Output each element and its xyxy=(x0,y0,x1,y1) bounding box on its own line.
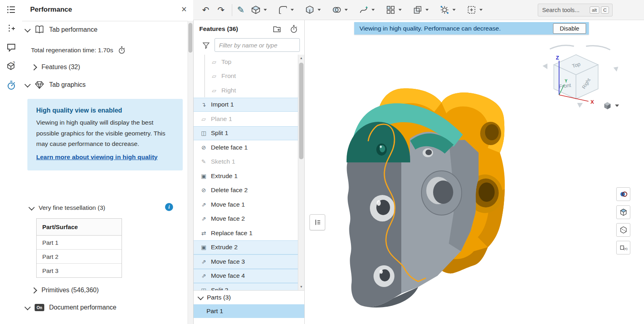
scrollbar-thumb[interactable] xyxy=(299,63,303,159)
chevron-down-icon xyxy=(452,9,456,11)
fillet-tool-group[interactable] xyxy=(275,2,296,18)
performance-icon[interactable] xyxy=(0,76,22,94)
parts-section-header[interactable]: Parts (3) xyxy=(194,291,305,304)
close-icon[interactable]: × xyxy=(182,5,187,14)
section-view-button[interactable] xyxy=(616,223,630,237)
chevron-down-icon xyxy=(425,9,429,11)
part-list-item[interactable]: Part 1 xyxy=(194,304,304,318)
list-panel-icon xyxy=(314,218,322,226)
section-view-icon xyxy=(619,226,627,234)
tab-graphics-section-header[interactable]: Tab graphics xyxy=(25,80,86,90)
tab-performance-section-header[interactable]: Tab performance xyxy=(25,25,97,35)
feature-item[interactable]: ▣ Extrude 2 xyxy=(194,240,298,255)
chevron-down-icon xyxy=(198,294,204,300)
feature-item[interactable]: ⇗ Move face 1 xyxy=(194,197,298,212)
performance-panel: Performance × Tab performance Total rege… xyxy=(22,0,194,324)
tab-performance-label: Tab performance xyxy=(49,26,97,33)
performance-panel-scrollbar[interactable] xyxy=(188,21,193,324)
feature-item[interactable]: ◫ Split 1 xyxy=(194,126,298,141)
disable-button[interactable]: Disable xyxy=(553,23,586,34)
feature-item[interactable]: ↴ Import 1 xyxy=(194,98,298,112)
learn-more-link[interactable]: Learn more about viewing in high quality xyxy=(36,152,157,162)
feature-tree-icon[interactable] xyxy=(0,0,22,19)
feature-item[interactable]: ▣ Extrude 1 xyxy=(194,169,298,183)
sketch-button[interactable]: ✎ xyxy=(237,5,244,15)
redo-button[interactable]: ↷ xyxy=(213,2,229,18)
document-performance-section-header[interactable]: On Document performance xyxy=(25,304,116,311)
tessellation-section-header[interactable]: Very fine tessellation (3) xyxy=(29,204,105,211)
appearance-button[interactable] xyxy=(616,187,630,201)
rotate-arrow-icon[interactable] xyxy=(586,46,610,50)
feature-item[interactable]: ▱ Top xyxy=(194,55,298,69)
rotate-arrow-icon[interactable] xyxy=(550,45,574,49)
svg-text:(x): (x) xyxy=(623,247,627,250)
feature-item[interactable]: ▱ Front xyxy=(194,69,298,84)
feature-item[interactable]: ⇄ Replace face 1 xyxy=(194,226,298,240)
rotate-left-arrow-icon[interactable] xyxy=(543,64,547,69)
new-folder-icon[interactable] xyxy=(272,25,281,35)
feature-item[interactable]: ⇗ Move face 3 xyxy=(194,254,298,269)
selection-tool-group[interactable] xyxy=(464,2,485,18)
feature-item[interactable]: ⇗ Move face 2 xyxy=(194,212,298,226)
display-style-button[interactable] xyxy=(616,205,630,219)
plane-icon: ▱ xyxy=(210,87,219,94)
extrude-icon xyxy=(251,5,261,15)
move-face-icon: ⇗ xyxy=(199,258,208,265)
feature-list-toggle-button[interactable] xyxy=(310,214,325,230)
plane-icon: ▱ xyxy=(210,73,219,79)
left-rail: ? xyxy=(0,0,23,324)
performance-panel-header: Performance × xyxy=(22,0,193,21)
replace-face-icon: ⇄ xyxy=(199,230,208,236)
view-orientation-button[interactable] xyxy=(600,99,622,112)
chevron-right-icon xyxy=(31,64,37,70)
filter-icon xyxy=(202,41,211,51)
shell-tool-group[interactable] xyxy=(302,2,323,18)
table-row[interactable]: Part 2 xyxy=(37,250,122,264)
insert-icon[interactable] xyxy=(0,19,22,38)
feature-item[interactable]: ✎ Sketch 1 xyxy=(194,155,298,169)
help-cube-icon[interactable]: ? xyxy=(0,57,22,76)
chevron-down-icon xyxy=(25,81,31,88)
table-row[interactable]: Part 1 xyxy=(37,236,122,250)
scroll-down-icon[interactable]: ▼ xyxy=(298,285,304,289)
split-icon: ◫ xyxy=(199,287,208,290)
feature-list: ▱ Top ▱ Front ▱ Right ↴ Import 1 ▱ Plane… xyxy=(194,55,298,290)
search-tools-box[interactable]: Search tools... alt C xyxy=(538,4,613,16)
scrollbar-thumb[interactable] xyxy=(188,23,192,53)
table-row[interactable]: Part 3 xyxy=(37,264,122,277)
composite-tool-group[interactable] xyxy=(410,2,431,18)
feature-item[interactable]: ⊘ Delete face 1 xyxy=(194,140,298,155)
feature-item[interactable]: ▱ Right xyxy=(194,83,298,98)
rotate-corner-arrow-icon[interactable] xyxy=(613,67,618,72)
feature-item[interactable]: ▱ Plane 1 xyxy=(194,112,298,126)
feature-list-scrollbar[interactable]: ▲ ▼ xyxy=(298,55,304,290)
model-gray-part[interactable] xyxy=(401,132,479,293)
pattern-tool-group[interactable] xyxy=(383,2,404,18)
chevron-down-icon xyxy=(264,9,267,11)
chevron-down-icon xyxy=(345,9,348,11)
regeneration-timer-icon[interactable] xyxy=(289,25,298,35)
undo-button[interactable]: ↶ xyxy=(198,2,213,18)
delete-face-icon: ⊘ xyxy=(199,144,208,151)
extrude-tool-group[interactable] xyxy=(248,2,269,18)
comment-icon[interactable] xyxy=(0,38,22,57)
filter-input[interactable] xyxy=(215,38,300,52)
search-placeholder: Search tools... xyxy=(542,7,588,13)
tab-graphics-icon xyxy=(35,80,44,90)
feature-item[interactable]: ◫ Split 2 xyxy=(194,283,298,290)
plane-icon: ▱ xyxy=(199,116,208,122)
feature-item[interactable]: ⇗ Move face 4 xyxy=(194,269,298,283)
rotate-down-arrow-icon[interactable] xyxy=(577,103,583,108)
scroll-up-icon[interactable]: ▲ xyxy=(298,56,304,60)
loft-tool-group[interactable] xyxy=(356,2,377,18)
boolean-tool-group[interactable] xyxy=(329,2,350,18)
features-collapsed-section[interactable]: Features (32) xyxy=(32,64,80,71)
isolate-button[interactable]: (x) xyxy=(616,241,630,254)
regeneration-time-row: Total regeneration time: 1.70s xyxy=(31,46,126,54)
sheet-metal-icon xyxy=(440,5,450,15)
primitives-section[interactable]: Primitives (546,360) xyxy=(32,287,99,294)
feature-item[interactable]: ⊘ Delete face 2 xyxy=(194,183,298,198)
info-icon[interactable]: i xyxy=(165,203,173,211)
sheet-metal-tool-group[interactable] xyxy=(437,2,458,18)
delete-face-icon: ⊘ xyxy=(199,187,208,193)
